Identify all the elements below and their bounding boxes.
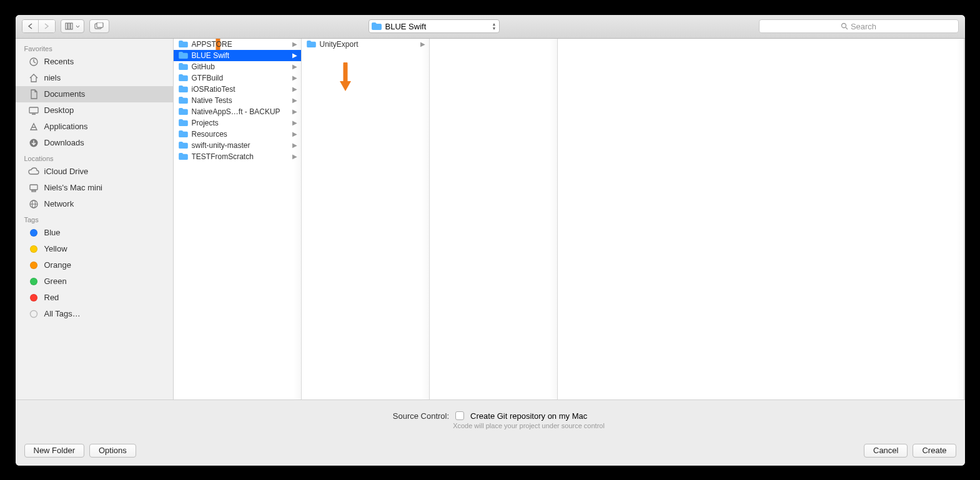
- sidebar-item-niels[interactable]: niels: [16, 70, 173, 86]
- source-control-label: Source Control:: [393, 411, 449, 421]
- chevron-down-icon: [76, 25, 80, 28]
- folder-label: Resources: [192, 130, 227, 139]
- chevron-right-icon: ▶: [292, 97, 297, 104]
- sidebar-item-red[interactable]: Red: [16, 290, 173, 306]
- sidebar-item-network[interactable]: Network: [16, 196, 173, 212]
- sidebar-item-yellow[interactable]: Yellow: [16, 241, 173, 257]
- folder-icon: [372, 22, 382, 30]
- folder-icon: [179, 108, 188, 115]
- svg-line-6: [846, 27, 848, 29]
- group-button[interactable]: [89, 19, 109, 33]
- folder-label: APPSTORE: [192, 40, 232, 49]
- chevron-right-icon: ▶: [292, 41, 297, 47]
- sidebar-item-icloud-drive[interactable]: iCloud Drive: [16, 164, 173, 180]
- folder-icon: [179, 130, 188, 137]
- chevron-right-icon: ▶: [292, 63, 297, 70]
- download-icon: [28, 137, 39, 149]
- sidebar-item-label: Recents: [44, 57, 74, 66]
- git-checkbox-label: Create Git repository on my Mac: [470, 411, 587, 421]
- search-icon: [841, 22, 848, 30]
- sidebar: FavoritesRecentsnielsDocumentsDesktopApp…: [16, 39, 174, 399]
- create-button[interactable]: Create: [913, 444, 956, 458]
- computer-icon: [28, 182, 39, 193]
- nav-back-forward: [22, 19, 56, 33]
- sidebar-item-label: Downloads: [44, 138, 84, 147]
- new-folder-button[interactable]: New Folder: [24, 444, 84, 458]
- sidebar-item-green[interactable]: Green: [16, 273, 173, 290]
- toolbar-center: BLUE Swift ▲▼: [114, 19, 754, 33]
- sidebar-header: Locations: [16, 151, 173, 164]
- svg-rect-8: [29, 107, 38, 113]
- column-2[interactable]: [430, 39, 558, 399]
- location-popup[interactable]: BLUE Swift ▲▼: [369, 19, 500, 33]
- network-icon: [28, 198, 39, 210]
- folder-row[interactable]: TESTFromScratch▶: [174, 151, 301, 162]
- sidebar-item-label: Yellow: [44, 244, 67, 253]
- footer: New Folder Options Cancel Create: [16, 436, 965, 466]
- forward-button[interactable]: [39, 20, 55, 32]
- stepper-icon: ▲▼: [492, 22, 497, 31]
- sidebar-item-downloads[interactable]: Downloads: [16, 135, 173, 151]
- folder-row[interactable]: Resources▶: [174, 129, 301, 140]
- sidebar-item-label: Desktop: [44, 105, 74, 115]
- svg-rect-4: [97, 22, 103, 27]
- folder-icon: [179, 142, 188, 149]
- sidebar-item-desktop[interactable]: Desktop: [16, 102, 173, 119]
- folder-row[interactable]: GTFBuild▶: [174, 72, 301, 84]
- sidebar-header: Favorites: [16, 41, 173, 54]
- sidebar-item-applications[interactable]: Applications: [16, 119, 173, 135]
- sidebar-item-label: iCloud Drive: [44, 167, 89, 176]
- sidebar-item-label: Niels's Mac mini: [44, 183, 103, 192]
- column-5[interactable]: [964, 39, 965, 399]
- sidebar-item-orange[interactable]: Orange: [16, 257, 173, 273]
- sidebar-item-label: Blue: [44, 228, 61, 237]
- svg-point-5: [841, 24, 846, 28]
- cancel-button[interactable]: Cancel: [864, 444, 908, 458]
- folder-label: NativeAppS…ft - BACKUP: [192, 107, 280, 116]
- folder-label: GitHub: [192, 62, 215, 71]
- chevron-right-icon: ▶: [292, 108, 297, 115]
- folder-icon: [179, 63, 188, 70]
- options-button[interactable]: Options: [89, 444, 136, 458]
- back-button[interactable]: [22, 20, 39, 32]
- folder-row[interactable]: swift-unity-master▶: [174, 140, 301, 151]
- sidebar-item-label: All Tags…: [44, 309, 81, 318]
- sidebar-item-niels-s-mac-mini[interactable]: Niels's Mac mini: [16, 180, 173, 196]
- sidebar-item-documents[interactable]: Documents: [16, 86, 173, 102]
- column-1[interactable]: UnityExport▶: [302, 39, 430, 399]
- folder-row[interactable]: Native Tests▶: [174, 95, 301, 106]
- folder-icon: [179, 41, 188, 47]
- sidebar-item-label: Documents: [44, 89, 86, 99]
- view-mode-button[interactable]: [61, 19, 84, 33]
- folder-icon: [179, 86, 188, 92]
- chevron-right-icon: ▶: [292, 130, 297, 137]
- folder-row[interactable]: Projects▶: [174, 117, 301, 129]
- search-input[interactable]: Search: [759, 19, 959, 33]
- search-placeholder: Search: [851, 22, 876, 31]
- sidebar-item-recents[interactable]: Recents: [16, 54, 173, 70]
- folder-label: TESTFromScratch: [192, 152, 254, 161]
- location-label: BLUE Swift: [385, 22, 427, 31]
- sidebar-item-blue[interactable]: Blue: [16, 225, 173, 241]
- save-panel-window: BLUE Swift ▲▼ Search FavoritesRecentsnie…: [16, 15, 965, 466]
- chevron-right-icon: ▶: [292, 52, 297, 59]
- column-3[interactable]: [558, 39, 964, 399]
- sidebar-item-all-tags-[interactable]: All Tags…: [16, 306, 173, 322]
- sidebar-item-label: Orange: [44, 260, 71, 270]
- folder-row[interactable]: BLUE Swift▶: [174, 50, 301, 61]
- folder-row[interactable]: GitHub▶: [174, 61, 301, 72]
- folder-row[interactable]: UnityExport▶: [302, 39, 429, 50]
- folder-row[interactable]: NativeAppS…ft - BACKUP▶: [174, 106, 301, 117]
- git-checkbox[interactable]: [455, 411, 464, 420]
- folder-row[interactable]: iOSRatioTest▶: [174, 84, 301, 95]
- column-0[interactable]: APPSTORE▶BLUE Swift▶GitHub▶GTFBuild▶iOSR…: [174, 39, 302, 399]
- options-panel: Source Control: Create Git repository on…: [16, 399, 965, 436]
- chevron-right-icon: ▶: [292, 86, 297, 92]
- sidebar-item-label: Red: [44, 293, 59, 302]
- folder-row[interactable]: APPSTORE▶: [174, 39, 301, 50]
- folder-label: UnityExport: [320, 40, 359, 49]
- tag-icon: [28, 227, 39, 238]
- folder-icon: [179, 97, 188, 104]
- svg-rect-0: [66, 23, 67, 29]
- folder-icon: [179, 153, 188, 160]
